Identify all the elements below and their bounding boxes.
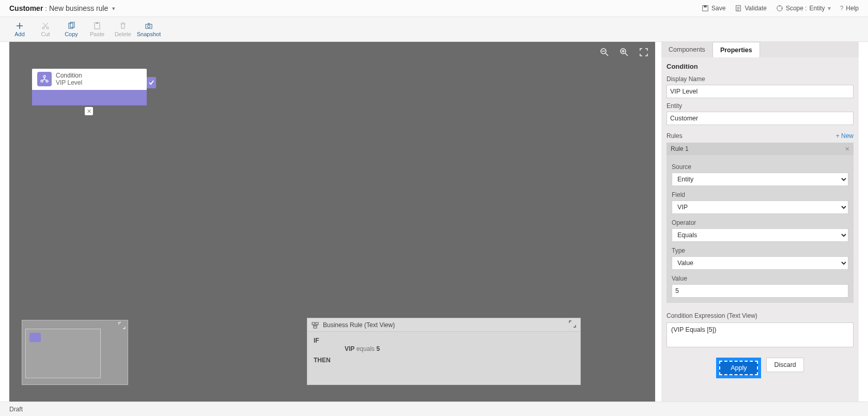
field-select[interactable]: VIP (672, 201, 848, 214)
text-view-expand-button[interactable] (569, 320, 576, 329)
entity-label: Entity (667, 102, 854, 110)
text-view-body: IF VIP equals 5 THEN (307, 332, 580, 369)
page-title-group[interactable]: Customer : New business rule ▾ (9, 4, 115, 12)
delete-label: Delete (115, 31, 131, 37)
svg-rect-18 (316, 322, 318, 325)
add-tool[interactable]: Add (7, 18, 32, 41)
design-canvas[interactable]: Condition VIP Level ✕ Business Rule (Tex… (9, 42, 655, 402)
display-name-input[interactable] (667, 85, 854, 98)
svg-rect-1 (704, 6, 706, 8)
zoom-in-button[interactable] (619, 47, 629, 57)
source-label: Source (672, 163, 848, 171)
minimap-node-icon (29, 333, 41, 342)
svg-point-11 (148, 25, 150, 27)
status-bar: Draft (0, 402, 868, 416)
minimap-expand-button[interactable] (118, 322, 126, 329)
snapshot-tool[interactable]: Snapshot (136, 18, 161, 41)
cut-tool[interactable]: Cut (33, 18, 58, 41)
source-select[interactable]: Entity (672, 173, 848, 186)
entity-input[interactable] (667, 112, 854, 125)
minimap[interactable] (22, 320, 128, 385)
value-label: Value (672, 275, 848, 282)
discard-button[interactable]: Discard (766, 358, 803, 372)
rule-1-box: Rule 1 × Source Entity Field VIP Operato… (667, 143, 854, 303)
expression-label: Condition Expression (Text View) (667, 312, 854, 319)
condition-node-texts: Condition VIP Level (56, 72, 82, 87)
condition-node-body[interactable] (32, 90, 147, 105)
side-tabs: Components Properties (661, 42, 859, 57)
zoom-out-button[interactable] (599, 47, 610, 57)
text-view-panel: Business Rule (Text View) IF VIP equals … (307, 318, 581, 385)
ribbon-toolbar: Add Cut Copy Paste Delete Snapshot (0, 17, 868, 42)
side-panel: Components Properties Condition Display … (661, 42, 859, 402)
fit-icon (639, 48, 648, 57)
rule-1-form: Source Entity Field VIP Operator Equals … (667, 155, 854, 298)
if-keyword: IF (314, 337, 574, 344)
rule-1-title: Rule 1 (671, 145, 689, 152)
tab-components[interactable]: Components (661, 42, 712, 57)
scope-label: Scope : (786, 5, 807, 12)
save-button[interactable]: Save (702, 5, 725, 12)
help-label: Help (846, 5, 859, 12)
apply-highlight: Apply (716, 358, 761, 378)
rule-1-header[interactable]: Rule 1 × (667, 143, 854, 155)
save-label: Save (711, 5, 725, 12)
rule-icon (312, 321, 319, 329)
validate-label: Validate (745, 5, 766, 12)
rules-header-row: Rules + New (667, 132, 854, 140)
rule-name: New business rule (49, 4, 108, 12)
svg-rect-19 (314, 326, 317, 328)
node-type-label: Condition (56, 72, 82, 79)
check-icon (148, 80, 154, 86)
paste-label: Paste (90, 31, 104, 37)
properties-body: Condition Display Name Entity Rules + Ne… (661, 57, 859, 402)
condition-node-header[interactable]: Condition VIP Level (32, 69, 147, 90)
paste-tool[interactable]: Paste (85, 18, 110, 41)
rule-delete-button[interactable]: × (845, 145, 849, 153)
entity-name: Customer (9, 4, 43, 12)
add-rule-link[interactable]: + New (836, 132, 854, 140)
condition-true-connector[interactable] (147, 77, 156, 88)
status-text: Draft (9, 406, 23, 413)
workspace: Condition VIP Level ✕ Business Rule (Tex… (9, 42, 859, 402)
top-actions: Save Validate Scope : Entity ▾ ? Help (702, 5, 859, 12)
scope-icon (776, 5, 783, 12)
scope-value: Entity (810, 5, 825, 12)
type-label: Type (672, 247, 848, 254)
field-label: Field (672, 191, 848, 198)
type-select[interactable]: Value (672, 256, 848, 270)
svg-rect-17 (312, 322, 315, 325)
condition-icon (37, 72, 52, 86)
paste-icon (93, 22, 101, 30)
text-view-title: Business Rule (Text View) (323, 321, 395, 329)
copy-label: Copy (65, 31, 78, 37)
plus-icon (16, 22, 24, 30)
camera-icon (145, 22, 153, 30)
expand-icon (118, 322, 126, 329)
apply-button[interactable]: Apply (719, 361, 758, 375)
text-view-header: Business Rule (Text View) (307, 318, 580, 332)
node-title-label: VIP Level (56, 79, 82, 86)
copy-icon (67, 22, 75, 30)
chevron-down-icon[interactable]: ▾ (112, 5, 115, 12)
expr-operator: equals (357, 345, 375, 352)
delete-tool[interactable]: Delete (111, 18, 135, 41)
display-name-label: Display Name (667, 75, 854, 83)
cut-label: Cut (41, 31, 50, 37)
chevron-down-icon: ▾ (828, 5, 831, 12)
expr-value: 5 (376, 345, 380, 352)
validate-button[interactable]: Validate (735, 5, 766, 12)
scissors-icon (41, 22, 50, 30)
scope-selector[interactable]: Scope : Entity ▾ (776, 5, 831, 12)
condition-node[interactable]: Condition VIP Level ✕ (32, 69, 147, 105)
add-label: Add (14, 31, 25, 37)
if-expression: VIP equals 5 (345, 345, 574, 352)
operator-select[interactable]: Equals (672, 228, 848, 242)
snapshot-label: Snapshot (137, 31, 161, 37)
condition-false-connector[interactable]: ✕ (85, 107, 93, 115)
fit-screen-button[interactable] (639, 47, 649, 57)
value-input[interactable] (672, 284, 848, 298)
help-button[interactable]: ? Help (840, 5, 859, 12)
tab-properties[interactable]: Properties (712, 42, 760, 57)
copy-tool[interactable]: Copy (59, 18, 84, 41)
